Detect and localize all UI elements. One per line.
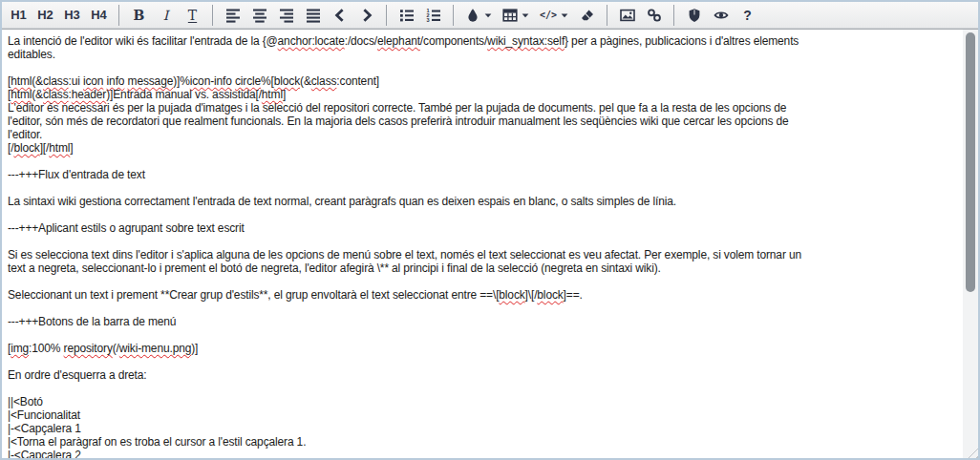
editor-line: |-<Capçalera 2 bbox=[8, 449, 959, 458]
editor-line bbox=[8, 61, 959, 74]
editor-line: [html(&class:ui icon info message)]%icon… bbox=[8, 74, 959, 88]
editor-line: Si es selecciona text dins l'editor i s'… bbox=[8, 248, 959, 261]
help-icon: ? bbox=[743, 8, 752, 23]
shield-icon bbox=[687, 8, 702, 23]
editor-line bbox=[8, 382, 959, 395]
justify-button[interactable] bbox=[300, 4, 326, 27]
editor-content: La intenció de l'editor wiki és facilita… bbox=[2, 29, 978, 458]
editor-line: l'editor. bbox=[8, 128, 959, 141]
editor-line: ||<Botó bbox=[8, 395, 959, 408]
heading4-button[interactable]: H4 bbox=[86, 4, 112, 27]
editor-line bbox=[8, 355, 959, 368]
misspelled-word: block bbox=[274, 74, 300, 88]
eye-icon bbox=[714, 8, 729, 23]
toolbar-separator bbox=[212, 5, 213, 26]
editor-line: [/block][/html] bbox=[8, 141, 959, 155]
toolbar-separator bbox=[673, 5, 674, 26]
link-button[interactable] bbox=[641, 4, 667, 27]
heading2-button[interactable]: H2 bbox=[32, 4, 58, 27]
editor-line bbox=[8, 181, 959, 195]
numbered-list-icon: 123 bbox=[426, 8, 441, 23]
preview-button[interactable] bbox=[708, 4, 734, 27]
bold-button[interactable]: B bbox=[126, 4, 152, 27]
bullet-list-icon bbox=[399, 8, 415, 23]
link-icon bbox=[647, 8, 662, 23]
editor-line bbox=[8, 235, 959, 248]
misspelled-word: header bbox=[72, 88, 106, 101]
editor-line: En ordre d'esquerra a dreta: bbox=[8, 368, 959, 382]
editor-line: |<Torna el paràgraf on es troba el curso… bbox=[8, 435, 959, 449]
scrollbar-track[interactable] bbox=[963, 30, 978, 458]
underline-button[interactable]: T bbox=[180, 4, 205, 27]
help-button[interactable]: ? bbox=[735, 4, 760, 27]
align-right-icon bbox=[279, 8, 294, 23]
image-button[interactable] bbox=[614, 4, 640, 27]
editor-textarea[interactable]: La intenció de l'editor wiki és facilita… bbox=[2, 30, 963, 458]
toolbar-separator bbox=[453, 5, 454, 26]
justify-icon bbox=[306, 8, 321, 23]
unordered-list-button[interactable] bbox=[394, 4, 419, 27]
editor-line: text a negreta, seleccionant-lo i premen… bbox=[8, 261, 959, 275]
misspelled-word: class bbox=[311, 74, 337, 88]
color-button[interactable] bbox=[460, 4, 497, 27]
image-icon bbox=[620, 8, 635, 23]
ordered-list-button[interactable]: 123 bbox=[420, 4, 446, 27]
editor-line bbox=[8, 302, 959, 315]
editor-line: [img:100% repository(/wiki-menu.png)] bbox=[8, 342, 959, 355]
editor-line bbox=[8, 328, 959, 342]
misspelled-word: icon bbox=[83, 74, 103, 88]
misspelled-word: block bbox=[499, 288, 524, 302]
indent-button[interactable] bbox=[353, 4, 379, 27]
toolbar-separator bbox=[386, 5, 387, 26]
misspelled-word: elephant bbox=[377, 34, 420, 48]
droplet-icon bbox=[465, 8, 480, 23]
svg-text:3: 3 bbox=[426, 17, 429, 23]
misspelled-word: icon-info bbox=[190, 74, 232, 88]
italic-icon: I bbox=[163, 9, 169, 22]
chevron-right-icon bbox=[359, 8, 374, 23]
misspelled-word: wiki-menu.png bbox=[119, 342, 191, 355]
table-button[interactable] bbox=[498, 4, 534, 27]
underline-icon: T bbox=[188, 9, 197, 22]
table-icon bbox=[502, 8, 518, 23]
misspelled-word: circle bbox=[235, 74, 261, 88]
editor-line: l'editor, són més de recordatori que rea… bbox=[8, 115, 959, 128]
misspelled-word: block bbox=[13, 141, 39, 155]
editor-line: Seleccionant un text i prement **Crear g… bbox=[8, 288, 959, 302]
align-center-button[interactable] bbox=[246, 4, 272, 27]
chevron-down-icon bbox=[484, 12, 492, 18]
editor-line bbox=[8, 208, 959, 221]
wiki-editor: H1H2H3H4BIT123</>? La intenció de l'edit… bbox=[0, 0, 980, 460]
misspelled-word: class bbox=[43, 88, 69, 101]
scrollbar-thumb[interactable] bbox=[966, 32, 975, 292]
italic-button[interactable]: I bbox=[153, 4, 179, 27]
code-button[interactable]: </> bbox=[535, 4, 573, 27]
editor-line: [html(&class:header)]Entrada manual vs. … bbox=[8, 88, 959, 101]
editor-line: La intenció de l'editor wiki és facilita… bbox=[8, 34, 959, 48]
misspelled-word: block bbox=[537, 288, 563, 302]
protect-button[interactable] bbox=[681, 4, 707, 27]
align-right-button[interactable] bbox=[273, 4, 299, 27]
misspelled-word: info bbox=[107, 74, 125, 88]
bold-icon: B bbox=[134, 9, 145, 22]
toolbar: H1H2H3H4BIT123</>? bbox=[2, 2, 978, 29]
editor-line: editables. bbox=[8, 48, 959, 61]
heading3-button[interactable]: H3 bbox=[59, 4, 85, 27]
misspelled-word: html bbox=[262, 88, 283, 101]
editor-line: |-<Capçalera 1 bbox=[8, 422, 959, 435]
misspelled-word: html bbox=[49, 141, 70, 155]
align-left-icon bbox=[225, 8, 241, 23]
remove-format-button[interactable] bbox=[574, 4, 600, 27]
toolbar-separator bbox=[118, 5, 119, 26]
editor-line: La sintaxi wiki gestiona correctament l'… bbox=[8, 195, 959, 208]
editor-line: |<Funcionalitat bbox=[8, 408, 959, 422]
editor-line: L'editor és necessari és per la pujada d… bbox=[8, 101, 959, 115]
misspelled-word: message bbox=[128, 74, 174, 88]
heading1-button[interactable]: H1 bbox=[6, 4, 32, 27]
misspelled-word: html bbox=[11, 88, 32, 101]
chevron-down-icon bbox=[561, 12, 568, 18]
align-left-button[interactable] bbox=[220, 4, 245, 27]
outdent-button[interactable] bbox=[327, 4, 352, 27]
editor-line bbox=[8, 155, 959, 168]
eraser-icon bbox=[580, 8, 595, 23]
